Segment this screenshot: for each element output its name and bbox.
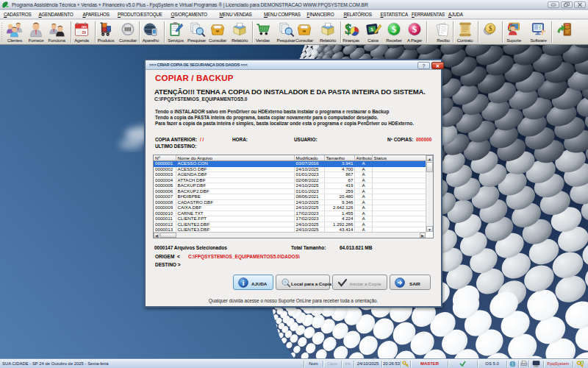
svg-text:$: $ <box>489 24 492 32</box>
svg-text:$: $ <box>412 24 417 35</box>
svg-text:JAN: JAN <box>82 26 87 29</box>
svg-text:$: $ <box>392 24 397 35</box>
svg-text:i: i <box>243 280 245 287</box>
svg-text:29: 29 <box>82 31 87 35</box>
svg-text:EXIT: EXIT <box>565 24 570 26</box>
